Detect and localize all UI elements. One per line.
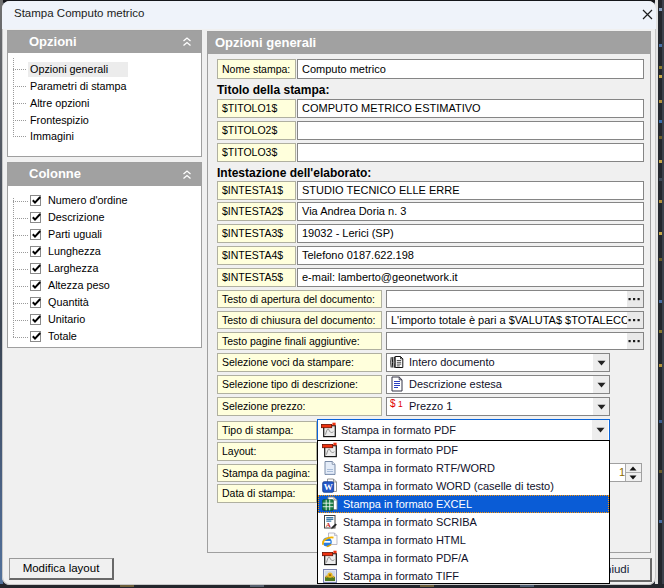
svg-text:W: W: [324, 482, 333, 492]
svg-text:A: A: [326, 521, 331, 529]
